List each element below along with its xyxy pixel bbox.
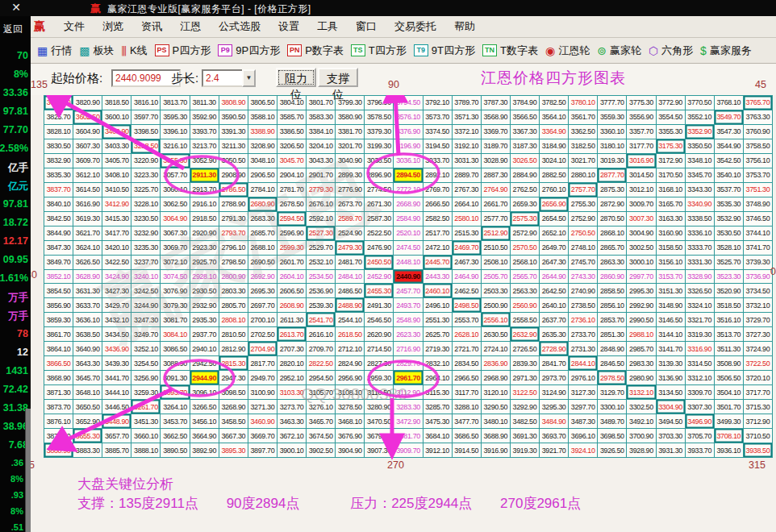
grid-cell-r19c21: 2983.30 <box>627 356 656 371</box>
grid-cell-r5c3: 3405.70 <box>102 154 131 168</box>
toolbar-item-赢家服务[interactable]: $赢家服务 <box>700 44 752 58</box>
grid-cell-r21c2: 3648.10 <box>73 385 102 400</box>
menu-item-交易委托[interactable]: 交易委托 <box>394 19 436 34</box>
grid-cell-r1c12: 3796.90 <box>365 96 394 110</box>
menu-item-江恩[interactable]: 江恩 <box>180 19 201 34</box>
menu-item-帮助[interactable]: 帮助 <box>454 19 475 34</box>
grid-cell-r22c8: 3271.30 <box>248 400 277 414</box>
toolbar-item-板块[interactable]: ▩板块 <box>79 44 114 58</box>
grid-cell-r19c9: 2820.10 <box>277 356 307 371</box>
step-dropdown-arrow-icon[interactable]: ▼ <box>242 69 256 87</box>
menu-item-窗口[interactable]: 窗口 <box>356 19 377 34</box>
toolbar-item-行情[interactable]: ▦行情 <box>37 44 72 58</box>
grid-cell-r13c23: 3328.90 <box>686 270 715 285</box>
grid-cell-r12c23: 3331.30 <box>686 256 715 270</box>
grid-cell-r20c2: 3645.70 <box>73 371 102 385</box>
toolbar-item-9T四方形[interactable]: T99T四方形 <box>414 44 475 58</box>
grid-cell-r16c12: 2546.50 <box>365 313 394 327</box>
grid-cell-r2c16: 3568.90 <box>482 110 511 125</box>
menu-item-设置[interactable]: 设置 <box>278 19 299 34</box>
sidebar-scrollbar[interactable] <box>25 409 31 532</box>
grid-cell-r9c7: 2791.30 <box>219 212 248 227</box>
grid-cell-r1c14: 3792.10 <box>423 96 453 110</box>
grid-cell-r16c3: 3432.10 <box>102 313 131 327</box>
back-button[interactable]: 返回 <box>0 16 31 36</box>
grid-cell-r20c22: 3136.90 <box>657 371 686 385</box>
toolbar-item-T四方形[interactable]: TST四方形 <box>351 44 407 58</box>
toolbar-item-江恩轮[interactable]: ◉江恩轮 <box>545 44 590 58</box>
resistance-button[interactable]: 阻力位 <box>276 68 316 87</box>
grid-cell-r17c12: 2620.90 <box>365 327 394 342</box>
grid-cell-r11c25: 3741.70 <box>744 241 773 256</box>
close-icon[interactable]: ✕ <box>6 1 26 15</box>
grid-cell-r23c14: 3475.30 <box>423 414 453 429</box>
grid-cell-r6c12: 2896.90 <box>365 168 394 183</box>
menu-item-工具[interactable]: 工具 <box>317 19 338 34</box>
grid-cell-r22c6: 3266.50 <box>190 400 219 414</box>
grid-cell-r12c7: 2798.50 <box>219 256 248 270</box>
grid-cell-r14c5: 3076.90 <box>161 284 190 298</box>
toolbar-item-六角形[interactable]: ⬡六角形 <box>649 44 693 58</box>
menu-item-浏览[interactable]: 浏览 <box>102 19 123 34</box>
grid-cell-r7c8: 2784.10 <box>248 183 277 197</box>
menu-item-公式选股[interactable]: 公式选股 <box>219 19 261 34</box>
grid-cell-r6c9: 2904.10 <box>277 168 307 183</box>
step-select[interactable]: 2.4 <box>202 69 247 87</box>
grid-cell-r13c19: 2743.30 <box>569 270 598 285</box>
caption-pressure-225: 压力：225度2944点 <box>350 494 472 513</box>
grid-cell-r17c1: 3861.70 <box>44 327 73 342</box>
toolbar-item-9P四方形[interactable]: P99P四方形 <box>218 44 280 58</box>
grid-cell-r8c18: 2656.90 <box>540 197 569 212</box>
grid-cell-r18c7: 2812.90 <box>219 342 248 356</box>
grid-cell-r13c10: 2534.50 <box>307 270 336 285</box>
grid-cell-r22c12: 3280.90 <box>365 400 394 414</box>
grid-cell-r12c5: 3072.10 <box>161 256 190 270</box>
grid-cell-r9c22: 3163.30 <box>657 212 686 227</box>
grid-cell-r20c4: 3256.90 <box>131 371 161 385</box>
grid-cell-r5c2: 3609.70 <box>73 154 102 168</box>
grid-cell-r25c12: 3907.30 <box>365 443 394 458</box>
grid-cell-r11c23: 3333.70 <box>686 241 715 256</box>
grid-cell-r8c1: 3840.10 <box>44 197 73 212</box>
grid-cell-r3c1: 3828.10 <box>44 125 73 139</box>
menu-item-资讯[interactable]: 资讯 <box>141 19 162 34</box>
grid-cell-r16c24: 3516.10 <box>715 313 744 327</box>
grid-cell-r9c21: 3007.30 <box>627 212 656 227</box>
toolbar-item-T数字表[interactable]: TNT数字表 <box>482 44 538 58</box>
menu-item-文件[interactable]: 文件 <box>64 19 85 34</box>
grid-cell-r4c9: 3206.50 <box>277 139 307 154</box>
grid-cell-r13c4: 3240.10 <box>131 270 161 285</box>
toolbar-item-P四方形[interactable]: PSP四方形 <box>155 44 211 58</box>
sidebar-value: 77.70 <box>3 124 28 135</box>
grid-cell-r15c8: 2697.70 <box>248 298 277 313</box>
grid-cell-r1c7: 3808.90 <box>219 96 248 110</box>
grid-cell-r21c5: 3093.70 <box>161 385 190 400</box>
toolbar-item-P数字表[interactable]: PNP数字表 <box>287 44 344 58</box>
grid-cell-r9c19: 2752.90 <box>569 212 598 227</box>
grid-cell-r5c19: 3021.70 <box>569 154 598 168</box>
grid-cell-r7c18: 2760.10 <box>540 183 569 197</box>
grid-cell-r21c8: 3100.90 <box>248 385 277 400</box>
grid-cell-r14c6: 2930.50 <box>190 284 219 298</box>
grid-cell-r14c16: 2503.30 <box>482 284 511 298</box>
grid-cell-r12c19: 2745.70 <box>569 256 598 270</box>
sidebar-value: 亿元 <box>8 180 28 193</box>
toolbar-item-K线[interactable]: ⫼K线 <box>121 44 147 58</box>
grid-cell-r3c20: 3360.10 <box>598 125 627 139</box>
support-button[interactable]: 支撑位 <box>318 68 358 87</box>
grid-cell-r11c21: 3002.50 <box>627 241 656 256</box>
grid-cell-r23c4: 3451.30 <box>131 414 161 429</box>
grid-cell-r10c8: 2685.70 <box>248 227 277 241</box>
sidebar-value: 12 <box>17 347 28 358</box>
grid-cell-r16c7: 2808.10 <box>219 313 248 327</box>
grid-cell-r20c20: 2978.50 <box>598 371 627 385</box>
grid-cell-r13c11: 2484.10 <box>336 270 365 285</box>
grid-cell-r23c5: 3453.70 <box>161 414 190 429</box>
grid-cell-r4c19: 3182.50 <box>569 139 598 154</box>
grid-cell-r10c2: 3621.70 <box>73 227 102 241</box>
grid-cell-r22c24: 3501.70 <box>715 400 744 414</box>
toolbar-item-赢家轮[interactable]: ⊚赢家轮 <box>597 44 641 58</box>
grid-cell-r25c7: 3895.30 <box>219 443 248 458</box>
grid-cell-r20c10: 2954.50 <box>307 371 336 385</box>
grid-cell-r9c25: 3746.50 <box>744 212 773 227</box>
